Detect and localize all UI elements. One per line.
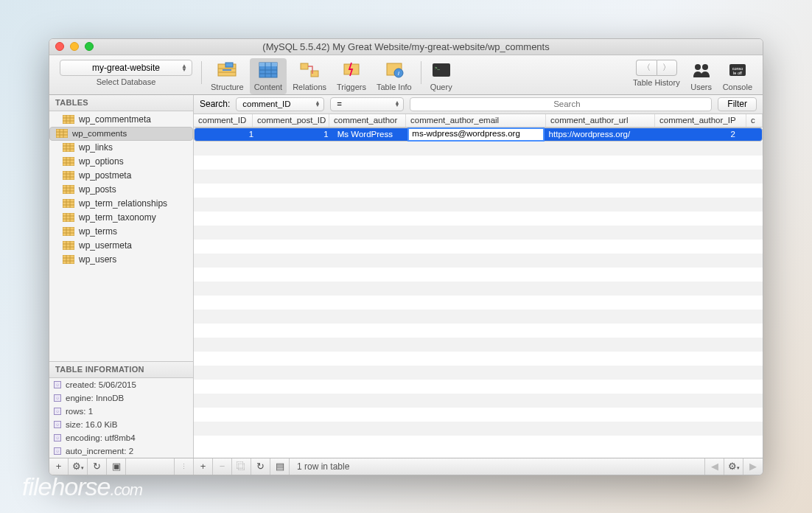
close-window-button[interactable]	[55, 42, 64, 51]
users-button[interactable]: Users	[686, 58, 717, 94]
sidebar-table-item[interactable]: wp_options	[49, 155, 193, 169]
tab-label: Relations	[293, 83, 326, 91]
svg-rect-11	[301, 63, 308, 69]
zoom-window-button[interactable]	[85, 42, 94, 51]
sidebar-table-item[interactable]: wp_users	[49, 253, 193, 267]
sidebar-table-item[interactable]: wp_commentmeta	[49, 113, 193, 127]
plus-icon: +	[200, 461, 206, 472]
bullet-icon: ○	[54, 394, 61, 402]
sidebar-table-item[interactable]: wp_usermeta	[49, 239, 193, 253]
svg-point-20	[702, 64, 708, 70]
add-row-button[interactable]: +	[194, 458, 213, 475]
tab-query[interactable]: >_ Query	[426, 58, 457, 94]
info-text: rows: 1	[66, 407, 93, 416]
next-page-button[interactable]: ▶	[743, 458, 763, 475]
table-row-empty	[194, 352, 763, 366]
cell[interactable]: 1	[258, 128, 333, 141]
reload-button[interactable]: ↻	[251, 458, 270, 475]
bullet-icon: ○	[54, 447, 61, 455]
sidebar-table-item[interactable]: wp_posts	[49, 183, 193, 197]
cell[interactable]: 1	[200, 128, 258, 141]
history-back-button[interactable]: 〈	[636, 60, 657, 76]
column-header[interactable]: comment_author_url	[546, 114, 655, 127]
sidebar-table-item[interactable]: wp_term_taxonomy	[49, 211, 193, 225]
table-icon	[63, 115, 74, 124]
table-icon	[63, 213, 74, 222]
cell-editing[interactable]: ms-wdpress@wordpress.org	[407, 128, 544, 142]
gear-icon: ⚙︎▾	[72, 461, 84, 472]
filter-button[interactable]: Filter	[718, 97, 757, 111]
gear-icon: ⚙︎▾	[728, 461, 740, 472]
column-header[interactable]: comment_author_IP	[655, 114, 746, 127]
sidebar-table-item[interactable]: wp_terms	[49, 225, 193, 239]
tab-content[interactable]: Content	[250, 58, 287, 94]
tab-structure[interactable]: Structure	[206, 58, 248, 94]
table-info-row: ○rows: 1	[49, 405, 193, 418]
table-name: wp_options	[79, 156, 124, 167]
info-text: size: 16.0 KiB	[66, 420, 117, 429]
table-row-empty	[194, 408, 763, 422]
pagination-button[interactable]: ▤	[270, 458, 290, 475]
table-row-empty	[194, 422, 763, 436]
toolbar: my-great-website ▲▼ Select Database Stru…	[49, 55, 763, 95]
database-select-value: my-great-website	[92, 63, 160, 73]
console-button[interactable]: console off Console	[718, 58, 757, 94]
table-actions-button[interactable]: ⚙︎▾	[69, 458, 88, 475]
cell[interactable]: https://wordpress.org/	[545, 128, 651, 141]
column-header[interactable]: comment_ID	[194, 114, 253, 127]
table-row[interactable]: 11Ms WordPressms-wdpress@wordpress.orght…	[194, 128, 763, 142]
table-row-empty	[194, 296, 763, 310]
database-selector-group: my-great-website ▲▼ Select Database	[55, 58, 197, 94]
column-header[interactable]: c	[746, 114, 763, 127]
table-body[interactable]: 11Ms WordPressms-wdpress@wordpress.orght…	[194, 128, 763, 458]
console-icon: console off	[727, 60, 749, 80]
body: TABLES wp_commentmetawp_commentswp_links…	[49, 95, 763, 458]
table-icon	[63, 185, 74, 194]
minimize-window-button[interactable]	[70, 42, 79, 51]
table-name: wp_term_taxonomy	[79, 212, 156, 223]
search-operator-select[interactable]: = ▲▼	[330, 97, 404, 111]
column-header[interactable]: comment_author	[329, 114, 406, 127]
prev-page-button[interactable]: ◀	[705, 458, 724, 475]
sidebar-resize-handle[interactable]: ⋮	[174, 458, 193, 475]
page-actions-button[interactable]: ⚙︎▾	[724, 458, 743, 475]
database-select-label: Select Database	[97, 77, 156, 86]
table-row-empty	[194, 142, 763, 156]
tab-table-info[interactable]: i Table Info	[372, 58, 416, 94]
toggle-info-button[interactable]: ▣	[107, 458, 126, 475]
table-icon	[63, 143, 74, 152]
sidebar-table-item[interactable]: wp_comments	[49, 127, 193, 141]
svg-rect-64	[63, 227, 74, 236]
remove-row-button[interactable]: −	[213, 458, 232, 475]
table-name: wp_terms	[79, 226, 117, 237]
cell[interactable]	[740, 128, 749, 141]
svg-rect-3	[225, 63, 233, 67]
search-column-select[interactable]: comment_ID ▲▼	[236, 97, 324, 111]
sidebar-table-item[interactable]: wp_term_relationships	[49, 197, 193, 211]
history-label: Table History	[633, 78, 680, 87]
refresh-tables-button[interactable]: ↻	[88, 458, 107, 475]
add-table-button[interactable]: +	[49, 458, 69, 475]
tab-relations[interactable]: Relations	[288, 58, 331, 94]
cell[interactable]: Ms WordPress	[333, 128, 408, 141]
column-header[interactable]: comment_author_email	[406, 114, 546, 127]
table-name: wp_usermeta	[79, 240, 132, 251]
cell[interactable]: 2	[651, 128, 740, 141]
triggers-icon	[340, 60, 363, 80]
minus-icon: −	[220, 461, 225, 472]
sidebar-table-item[interactable]: wp_links	[49, 141, 193, 155]
plus-icon: +	[56, 461, 62, 472]
database-select[interactable]: my-great-website ▲▼	[60, 60, 192, 76]
app-window: (MySQL 5.5.42) My Great Website/my-great…	[49, 38, 763, 475]
svg-text:>_: >_	[435, 66, 441, 70]
sidebar-table-item[interactable]: wp_postmeta	[49, 169, 193, 183]
history-forward-button[interactable]: 〉	[657, 60, 677, 76]
tab-triggers[interactable]: Triggers	[332, 58, 371, 94]
column-header[interactable]: comment_post_ID	[253, 114, 329, 127]
info-text: encoding: utf8mb4	[66, 433, 136, 442]
search-label: Search:	[200, 99, 230, 109]
svg-rect-69	[63, 241, 74, 250]
table-row-empty	[194, 198, 763, 212]
search-input[interactable]	[410, 97, 712, 111]
duplicate-row-button[interactable]: ⿻	[232, 458, 251, 475]
